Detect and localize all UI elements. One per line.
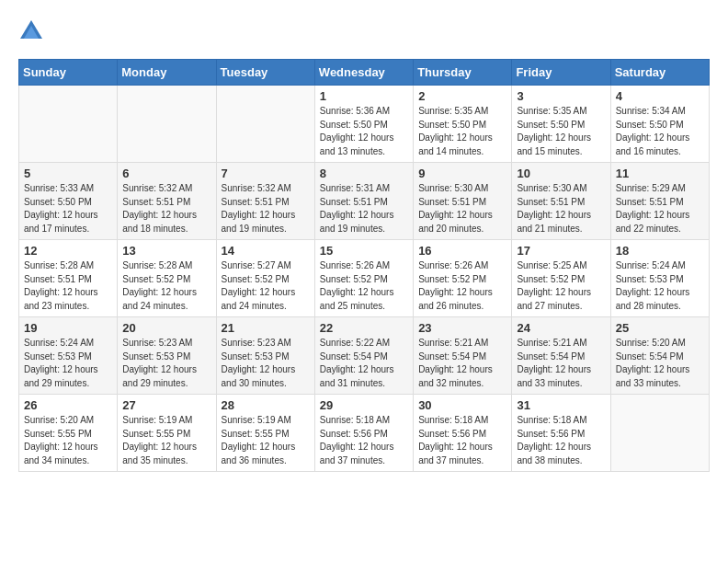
logo bbox=[18, 18, 46, 44]
day-number: 1 bbox=[320, 89, 408, 103]
calendar-cell: 24Sunrise: 5:21 AM Sunset: 5:54 PM Dayli… bbox=[512, 317, 610, 395]
day-info: Sunrise: 5:19 AM Sunset: 5:55 PM Dayligh… bbox=[122, 414, 210, 467]
day-info: Sunrise: 5:30 AM Sunset: 5:51 PM Dayligh… bbox=[517, 182, 605, 236]
calendar-cell: 9Sunrise: 5:30 AM Sunset: 5:51 PM Daylig… bbox=[414, 163, 512, 240]
day-info: Sunrise: 5:28 AM Sunset: 5:51 PM Dayligh… bbox=[24, 259, 112, 313]
calendar-cell: 17Sunrise: 5:25 AM Sunset: 5:52 PM Dayli… bbox=[512, 240, 610, 317]
calendar-cell: 8Sunrise: 5:31 AM Sunset: 5:51 PM Daylig… bbox=[314, 163, 413, 240]
day-info: Sunrise: 5:26 AM Sunset: 5:52 PM Dayligh… bbox=[320, 259, 408, 313]
calendar-cell: 27Sunrise: 5:19 AM Sunset: 5:55 PM Dayli… bbox=[118, 395, 216, 472]
calendar-cell: 21Sunrise: 5:23 AM Sunset: 5:53 PM Dayli… bbox=[216, 317, 314, 395]
day-info: Sunrise: 5:36 AM Sunset: 5:50 PM Dayligh… bbox=[320, 105, 408, 158]
calendar-cell: 14Sunrise: 5:27 AM Sunset: 5:52 PM Dayli… bbox=[216, 240, 314, 317]
calendar-week-row: 1Sunrise: 5:36 AM Sunset: 5:50 PM Daylig… bbox=[19, 86, 710, 163]
calendar-cell: 23Sunrise: 5:21 AM Sunset: 5:54 PM Dayli… bbox=[414, 317, 512, 395]
day-number: 18 bbox=[616, 244, 704, 258]
day-number: 13 bbox=[122, 244, 210, 258]
logo-icon bbox=[18, 18, 44, 44]
day-number: 9 bbox=[418, 167, 506, 180]
day-info: Sunrise: 5:23 AM Sunset: 5:53 PM Dayligh… bbox=[222, 337, 310, 390]
calendar-cell: 11Sunrise: 5:29 AM Sunset: 5:51 PM Dayli… bbox=[610, 163, 709, 240]
day-info: Sunrise: 5:21 AM Sunset: 5:54 PM Dayligh… bbox=[418, 337, 506, 390]
day-info: Sunrise: 5:24 AM Sunset: 5:53 PM Dayligh… bbox=[24, 337, 112, 390]
day-header: Monday bbox=[118, 60, 216, 86]
calendar-cell: 26Sunrise: 5:20 AM Sunset: 5:55 PM Dayli… bbox=[19, 395, 118, 472]
calendar-cell: 5Sunrise: 5:33 AM Sunset: 5:50 PM Daylig… bbox=[19, 163, 118, 240]
day-info: Sunrise: 5:34 AM Sunset: 5:50 PM Dayligh… bbox=[616, 105, 704, 158]
day-info: Sunrise: 5:25 AM Sunset: 5:52 PM Dayligh… bbox=[517, 259, 605, 313]
day-info: Sunrise: 5:27 AM Sunset: 5:52 PM Dayligh… bbox=[222, 259, 310, 313]
day-header: Sunday bbox=[19, 60, 118, 86]
day-number: 26 bbox=[24, 398, 112, 412]
calendar-cell bbox=[19, 86, 118, 163]
calendar-table: SundayMondayTuesdayWednesdayThursdayFrid… bbox=[18, 59, 710, 472]
day-info: Sunrise: 5:18 AM Sunset: 5:56 PM Dayligh… bbox=[320, 414, 408, 467]
calendar-cell: 16Sunrise: 5:26 AM Sunset: 5:52 PM Dayli… bbox=[414, 240, 512, 317]
day-number: 23 bbox=[418, 321, 506, 335]
day-info: Sunrise: 5:21 AM Sunset: 5:54 PM Dayligh… bbox=[517, 337, 605, 390]
day-number: 29 bbox=[320, 398, 408, 412]
day-info: Sunrise: 5:23 AM Sunset: 5:53 PM Dayligh… bbox=[122, 337, 210, 390]
day-info: Sunrise: 5:35 AM Sunset: 5:50 PM Dayligh… bbox=[517, 105, 605, 158]
calendar-cell: 13Sunrise: 5:28 AM Sunset: 5:52 PM Dayli… bbox=[118, 240, 216, 317]
day-info: Sunrise: 5:29 AM Sunset: 5:51 PM Dayligh… bbox=[616, 182, 704, 236]
calendar-cell: 19Sunrise: 5:24 AM Sunset: 5:53 PM Dayli… bbox=[19, 317, 118, 395]
calendar-cell: 4Sunrise: 5:34 AM Sunset: 5:50 PM Daylig… bbox=[610, 86, 709, 163]
calendar-week-row: 12Sunrise: 5:28 AM Sunset: 5:51 PM Dayli… bbox=[19, 240, 710, 317]
day-header: Thursday bbox=[414, 60, 512, 86]
calendar-cell: 30Sunrise: 5:18 AM Sunset: 5:56 PM Dayli… bbox=[414, 395, 512, 472]
calendar-cell: 3Sunrise: 5:35 AM Sunset: 5:50 PM Daylig… bbox=[512, 86, 610, 163]
day-number: 20 bbox=[122, 321, 210, 335]
calendar-cell: 1Sunrise: 5:36 AM Sunset: 5:50 PM Daylig… bbox=[314, 86, 413, 163]
calendar-cell: 15Sunrise: 5:26 AM Sunset: 5:52 PM Dayli… bbox=[314, 240, 413, 317]
calendar-cell: 2Sunrise: 5:35 AM Sunset: 5:50 PM Daylig… bbox=[414, 86, 512, 163]
day-number: 8 bbox=[320, 167, 408, 180]
day-number: 4 bbox=[616, 89, 704, 103]
calendar-cell bbox=[610, 395, 709, 472]
day-info: Sunrise: 5:22 AM Sunset: 5:54 PM Dayligh… bbox=[320, 337, 408, 390]
calendar-cell: 28Sunrise: 5:19 AM Sunset: 5:55 PM Dayli… bbox=[216, 395, 314, 472]
calendar-cell: 12Sunrise: 5:28 AM Sunset: 5:51 PM Dayli… bbox=[19, 240, 118, 317]
day-number: 19 bbox=[24, 321, 112, 335]
day-number: 24 bbox=[517, 321, 605, 335]
calendar-cell: 25Sunrise: 5:20 AM Sunset: 5:54 PM Dayli… bbox=[610, 317, 709, 395]
day-number: 12 bbox=[24, 244, 112, 258]
day-info: Sunrise: 5:26 AM Sunset: 5:52 PM Dayligh… bbox=[418, 259, 506, 313]
day-number: 6 bbox=[122, 167, 210, 180]
calendar-cell: 18Sunrise: 5:24 AM Sunset: 5:53 PM Dayli… bbox=[610, 240, 709, 317]
day-number: 30 bbox=[418, 398, 506, 412]
calendar-header-row: SundayMondayTuesdayWednesdayThursdayFrid… bbox=[19, 60, 710, 86]
day-number: 28 bbox=[222, 398, 310, 412]
page-header bbox=[18, 18, 710, 44]
day-number: 10 bbox=[517, 167, 605, 180]
calendar-week-row: 19Sunrise: 5:24 AM Sunset: 5:53 PM Dayli… bbox=[19, 317, 710, 395]
calendar-cell: 20Sunrise: 5:23 AM Sunset: 5:53 PM Dayli… bbox=[118, 317, 216, 395]
calendar-cell: 31Sunrise: 5:18 AM Sunset: 5:56 PM Dayli… bbox=[512, 395, 610, 472]
day-header: Wednesday bbox=[314, 60, 413, 86]
day-info: Sunrise: 5:24 AM Sunset: 5:53 PM Dayligh… bbox=[616, 259, 704, 313]
day-info: Sunrise: 5:35 AM Sunset: 5:50 PM Dayligh… bbox=[418, 105, 506, 158]
calendar-week-row: 26Sunrise: 5:20 AM Sunset: 5:55 PM Dayli… bbox=[19, 395, 710, 472]
day-header: Friday bbox=[512, 60, 610, 86]
calendar-cell bbox=[216, 86, 314, 163]
day-info: Sunrise: 5:18 AM Sunset: 5:56 PM Dayligh… bbox=[418, 414, 506, 467]
calendar-cell bbox=[118, 86, 216, 163]
day-info: Sunrise: 5:31 AM Sunset: 5:51 PM Dayligh… bbox=[320, 182, 408, 236]
calendar-cell: 6Sunrise: 5:32 AM Sunset: 5:51 PM Daylig… bbox=[118, 163, 216, 240]
day-info: Sunrise: 5:30 AM Sunset: 5:51 PM Dayligh… bbox=[418, 182, 506, 236]
calendar-cell: 7Sunrise: 5:32 AM Sunset: 5:51 PM Daylig… bbox=[216, 163, 314, 240]
day-info: Sunrise: 5:18 AM Sunset: 5:56 PM Dayligh… bbox=[517, 414, 605, 467]
day-number: 11 bbox=[616, 167, 704, 180]
day-info: Sunrise: 5:28 AM Sunset: 5:52 PM Dayligh… bbox=[122, 259, 210, 313]
day-number: 3 bbox=[517, 89, 605, 103]
day-number: 25 bbox=[616, 321, 704, 335]
day-header: Saturday bbox=[610, 60, 709, 86]
calendar-cell: 22Sunrise: 5:22 AM Sunset: 5:54 PM Dayli… bbox=[314, 317, 413, 395]
calendar-cell: 10Sunrise: 5:30 AM Sunset: 5:51 PM Dayli… bbox=[512, 163, 610, 240]
day-info: Sunrise: 5:20 AM Sunset: 5:55 PM Dayligh… bbox=[24, 414, 112, 467]
calendar-cell: 29Sunrise: 5:18 AM Sunset: 5:56 PM Dayli… bbox=[314, 395, 413, 472]
day-number: 15 bbox=[320, 244, 408, 258]
day-info: Sunrise: 5:33 AM Sunset: 5:50 PM Dayligh… bbox=[24, 182, 112, 236]
day-number: 17 bbox=[517, 244, 605, 258]
calendar-week-row: 5Sunrise: 5:33 AM Sunset: 5:50 PM Daylig… bbox=[19, 163, 710, 240]
